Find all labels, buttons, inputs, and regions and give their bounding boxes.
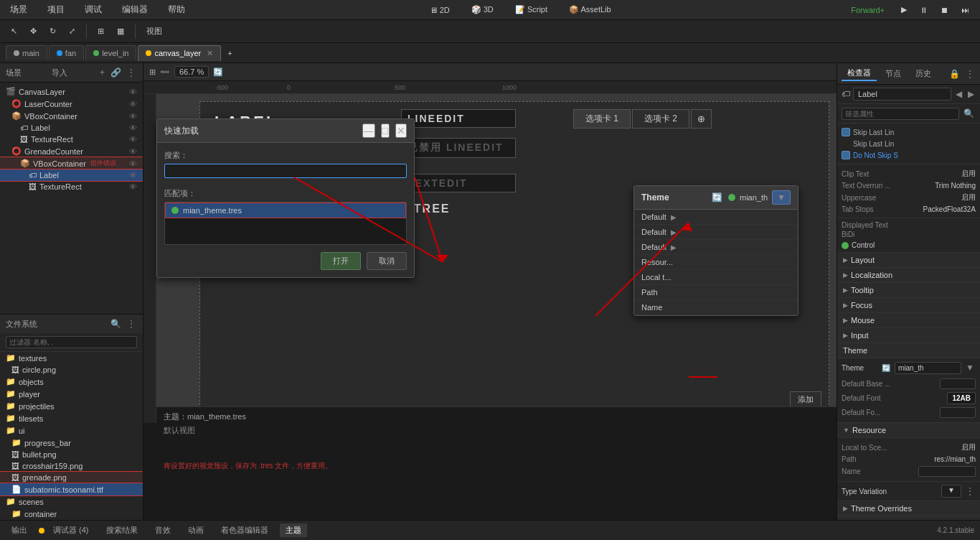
quickload-open-button[interactable]: 打开 — [321, 252, 361, 270]
fs-file-crosshair[interactable]: 🖼 crosshair159.png — [0, 460, 143, 472]
fs-folder-objects[interactable]: 📁 objects — [0, 376, 143, 388]
menu-item-help[interactable]: 帮助 — [164, 2, 189, 17]
quickload-cancel-button[interactable]: 取消 — [367, 252, 407, 270]
tree-item-label1[interactable]: 🏷 Label 👁 — [0, 122, 143, 134]
section-layout[interactable]: ▶ Layout — [837, 253, 980, 268]
section-resource[interactable]: ▼ Resource — [837, 423, 980, 438]
bottom-tab-animation[interactable]: 动画 — [182, 523, 209, 537]
theme-name-field[interactable]: mian_th — [895, 362, 961, 374]
skip-last-lin2-checkbox[interactable] — [842, 139, 850, 148]
inspector-tab-history[interactable]: 历史 — [910, 67, 937, 80]
fs-file-bullet[interactable]: 🖼 bullet.png — [0, 449, 143, 460]
inspector-lock-button[interactable]: 🔒 — [948, 68, 961, 80]
menu-item-editor[interactable]: 编辑器 — [118, 2, 152, 17]
preview-tab1[interactable]: 选项卡 1 — [573, 109, 631, 129]
fs-search-input[interactable] — [6, 336, 137, 348]
inspector-options-button[interactable]: ⋮ — [964, 68, 976, 80]
mode-2d-button[interactable]: 🖥 2D — [425, 4, 455, 17]
play-button[interactable]: ▶ — [896, 3, 912, 17]
eye-icon-texturerect2[interactable]: 👁 — [129, 182, 137, 191]
eye-icon-texturerect1[interactable]: 👁 — [129, 135, 137, 144]
eye-icon-lasercounter[interactable]: 👁 — [129, 100, 137, 108]
tab-fan[interactable]: fan — [49, 45, 84, 60]
do-not-skip-checkbox[interactable] — [842, 151, 850, 159]
menu-item-debug[interactable]: 调试 — [80, 2, 106, 17]
theme-overrides-section[interactable]: ▶ Theme Overrides — [837, 501, 980, 516]
section-tooltip[interactable]: ▶ Tooltip — [837, 283, 980, 298]
toolbar-snap[interactable]: ⊞ — [93, 24, 109, 38]
fs-options-button[interactable]: ⋮ — [126, 317, 137, 330]
section-localization[interactable]: ▶ Localization — [837, 268, 980, 283]
inspector-tab-main[interactable]: 检查器 — [842, 66, 877, 81]
mode-script-button[interactable]: 📝 Script — [510, 3, 552, 17]
theme-row-default2[interactable]: Default ▶ — [634, 225, 798, 240]
bottom-tab-audio[interactable]: 音效 — [149, 523, 176, 537]
toolbar-scale[interactable]: ⤢ — [64, 24, 80, 38]
fs-folder-player[interactable]: 📁 player — [0, 388, 143, 400]
inspector-tab-node[interactable]: 节点 — [880, 67, 907, 80]
menu-item-project[interactable]: 项目 — [43, 2, 69, 17]
quickload-search-input[interactable] — [164, 164, 407, 178]
viewport-zoom-out-button[interactable]: ➖ — [160, 68, 170, 77]
theme-row-default3[interactable]: Default ▶ — [634, 240, 798, 255]
quickload-list-item-mian[interactable]: mian_theme.tres — [165, 202, 406, 218]
fs-file-grenade[interactable]: 🖼 grenade.png — [0, 472, 143, 483]
theme-sync-button[interactable]: 🔄 — [880, 363, 892, 373]
preview-tab2[interactable]: 选项卡 2 — [632, 109, 689, 129]
tree-item-lasercounter[interactable]: ⭕ LaserCounter 👁 — [0, 98, 143, 110]
fs-file-subatomic[interactable]: 📄 subatomic.tsoonami.ttf — [0, 483, 143, 495]
section-focus[interactable]: ▶ Focus — [837, 298, 980, 313]
section-mouse[interactable]: ▶ Mouse — [837, 313, 980, 328]
eye-icon-vbox2[interactable]: 👁 — [129, 159, 137, 168]
skip-last-lin-checkbox[interactable] — [842, 128, 850, 136]
inspector-arrow-prev[interactable]: ◀ — [954, 88, 963, 101]
theme-row-default1[interactable]: Default ▶ — [634, 210, 798, 225]
mode-assetlib-button[interactable]: 📦 AssetLib — [564, 3, 616, 17]
tab-main[interactable]: main — [6, 45, 47, 60]
type-variation-dropdown[interactable]: ▼ — [941, 485, 961, 498]
viewport-zoom-reset-button[interactable]: 🔄 — [213, 68, 223, 77]
section-theme[interactable]: Theme — [837, 343, 980, 358]
bottom-tab-output[interactable]: 输出 — [6, 523, 33, 537]
tab-canvas-layer[interactable]: canvas_layer ✕ — [138, 45, 221, 61]
name-input[interactable] — [918, 466, 976, 477]
fs-folder-projectiles[interactable]: 📁 projectiles — [0, 400, 143, 412]
tree-item-label2[interactable]: 🏷 Label 👁 — [0, 169, 143, 181]
type-variation-row[interactable]: Type Variation ▼ ⋮ — [837, 482, 980, 501]
tree-item-grenadecounter[interactable]: ⭕ GrenadeCounter 👁 — [0, 145, 143, 157]
type-variation-options[interactable]: ⋮ — [964, 485, 976, 498]
inspector-filter-input[interactable] — [842, 108, 959, 120]
tree-item-texturerect2[interactable]: 🖼 TextureRect 👁 — [0, 181, 143, 192]
menu-item-scene[interactable]: 场景 — [6, 2, 32, 17]
scene-options-button[interactable]: ⋮ — [126, 66, 137, 79]
tree-item-vboxcontainer2[interactable]: 📦 VBoxContainer 组件错误 👁 — [0, 157, 143, 169]
node-name-field[interactable]: Label — [853, 88, 951, 101]
fs-folder-ui[interactable]: 📁 ui — [0, 424, 143, 437]
stop-button[interactable]: ⏹ — [936, 4, 953, 17]
fs-folder-tilesets[interactable]: 📁 tilesets — [0, 412, 143, 424]
pause-button[interactable]: ⏸ — [915, 4, 933, 17]
scene-link-button[interactable]: 🔗 — [109, 66, 123, 79]
theme-row-name[interactable]: Name — [634, 300, 798, 315]
eye-icon-label2[interactable]: 👁 — [129, 171, 137, 180]
tree-item-canvaslayer[interactable]: 🎬 CanvasLayer 👁 — [0, 85, 143, 98]
step-button[interactable]: ⏭ — [956, 4, 974, 17]
tree-item-vboxcontainer1[interactable]: 📦 VBoxContainer 👁 — [0, 110, 143, 122]
theme-panel-refresh[interactable]: 🔄 — [710, 191, 724, 204]
theme-panel-dropdown[interactable]: ▼ — [772, 190, 791, 205]
bottom-tab-shader[interactable]: 着色器编辑器 — [215, 523, 274, 537]
quickload-close[interactable]: ✕ — [395, 124, 407, 138]
quickload-maximize[interactable]: □ — [381, 124, 390, 138]
preview-add-button[interactable]: 添加 — [790, 391, 821, 408]
inspector-filter-toggle[interactable]: 🔍 — [962, 107, 976, 120]
theme-row-resource[interactable]: Resour... — [634, 255, 798, 270]
fs-folder-progress-bar[interactable]: 📁 progress_bar — [0, 437, 143, 449]
scene-add-button[interactable]: + — [98, 66, 106, 79]
fs-file-circle-png[interactable]: 🖼 circle.png — [0, 364, 143, 376]
theme-row-path[interactable]: Path — [634, 285, 798, 300]
bottom-tab-search[interactable]: 搜索结果 — [100, 523, 143, 537]
tab-level-in[interactable]: level_in — [85, 45, 136, 60]
theme-row-local[interactable]: Local t... — [634, 270, 798, 285]
mode-3d-button[interactable]: 🎲 3D — [466, 3, 499, 17]
fs-folder-textures[interactable]: 📁 textures — [0, 352, 143, 364]
